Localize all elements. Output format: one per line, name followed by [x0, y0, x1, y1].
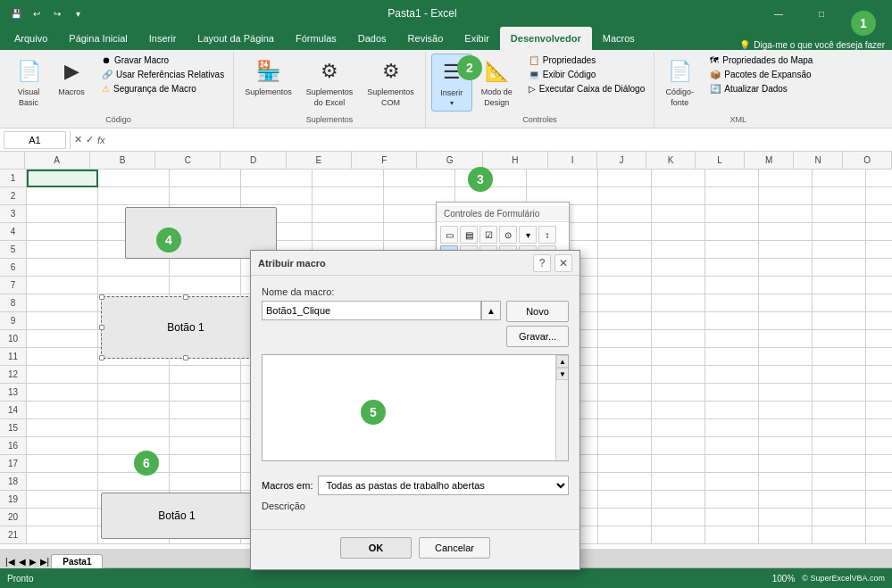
cell-k2[interactable]	[705, 187, 759, 205]
col-header-d: D	[221, 152, 286, 169]
row-header-3: 3	[0, 205, 27, 223]
list-scrollbar[interactable]: ▲ ▼	[555, 355, 568, 460]
form-control-1[interactable]: ▭	[440, 226, 458, 244]
cell-m2[interactable]	[813, 187, 866, 205]
handle-tl[interactable]	[99, 294, 104, 300]
macro-list[interactable]: ▲ ▼ 5	[262, 354, 569, 461]
suplementos-com-button[interactable]: ⚙ Suplementos COM	[362, 54, 420, 111]
sheet-tab-pasta1[interactable]: Pasta1	[51, 554, 103, 568]
cell-b1[interactable]	[98, 170, 170, 187]
cell-n2[interactable]	[866, 187, 892, 205]
tab-arquivo[interactable]: Arquivo	[4, 27, 58, 50]
tab-dados[interactable]: Dados	[347, 27, 397, 50]
row-header-9: 9	[0, 312, 27, 330]
handle-tm[interactable]	[183, 294, 188, 300]
gravar-macro-button[interactable]: ⏺ Gravar Macro	[98, 54, 228, 67]
handle-bl[interactable]	[99, 355, 104, 360]
sheet-prev-button[interactable]: ◀	[19, 557, 26, 567]
propriedades-button[interactable]: 📋 Propriedades	[525, 54, 648, 67]
handle-bm[interactable]	[183, 355, 188, 360]
cell-i2[interactable]	[598, 187, 652, 205]
badge-3: 3	[468, 167, 493, 192]
cell-e2[interactable]	[313, 187, 384, 205]
sheet-first-button[interactable]: |◀	[5, 557, 15, 567]
form-control-5[interactable]: ▾	[519, 226, 537, 244]
cell-l2[interactable]	[759, 187, 813, 205]
formula-input[interactable]	[109, 135, 888, 145]
atualizar-dados-button[interactable]: 🔄 Atualizar Dados	[706, 82, 816, 95]
cell-h1[interactable]	[527, 170, 598, 187]
modo-design-button[interactable]: 📐 Modo de Design	[476, 54, 518, 111]
gravar-button[interactable]: Gravar...	[506, 326, 569, 347]
tab-macros[interactable]: Macros	[592, 27, 646, 50]
macro-name-input[interactable]	[262, 301, 481, 320]
cell-l1[interactable]	[759, 170, 813, 187]
pacotes-expansao-button[interactable]: 📦 Pacotes de Expansão	[706, 68, 816, 81]
cell-a3[interactable]	[27, 205, 98, 223]
suplementos-excel-button[interactable]: ⚙ Suplementos do Excel	[301, 54, 359, 111]
cell-reference-input[interactable]	[4, 131, 66, 149]
macro-browse-button[interactable]: ▲	[481, 301, 501, 320]
scroll-down-btn[interactable]: ▼	[556, 368, 569, 380]
sheet-button-2[interactable]: Botão 1	[101, 493, 253, 539]
form-control-4[interactable]: ⊙	[499, 226, 517, 244]
tab-desenvolvedor[interactable]: Desenvolvedor	[500, 27, 592, 50]
cell-k1[interactable]	[705, 170, 759, 187]
codigo-fonte-button[interactable]: 📄 Código- fonte	[660, 54, 699, 111]
qat-customize-icon[interactable]: ▾	[69, 4, 87, 22]
cell-i1[interactable]	[598, 170, 652, 187]
suplementos-group-content: 🏪 Suplementos ⚙ Suplementos do Excel ⚙ S…	[239, 54, 420, 115]
undo-icon[interactable]: ↩	[28, 4, 46, 22]
tab-revisao[interactable]: Revisão	[397, 27, 454, 50]
maximize-button[interactable]: □	[801, 0, 842, 27]
save-icon[interactable]: 💾	[7, 4, 25, 22]
cell-c1[interactable]	[170, 170, 241, 187]
cell-f1[interactable]	[384, 170, 455, 187]
seguranca-macro-button[interactable]: ⚠ Segurança de Macro	[98, 82, 228, 95]
exibir-codigo-button[interactable]: 💻 Exibir Código	[525, 68, 648, 81]
macros-button[interactable]: ▶ Macros	[52, 54, 91, 100]
cell-a2[interactable]	[27, 187, 98, 205]
cell-j2[interactable]	[652, 187, 705, 205]
propriedades-mapa-button[interactable]: 🗺 Propriedades do Mapa	[706, 54, 816, 67]
cell-a1[interactable]	[27, 170, 98, 187]
macros-em-select[interactable]: Todas as pastas de trabalho abertas	[318, 476, 569, 495]
visual-basic-button[interactable]: 📄 Visual Basic	[9, 54, 48, 111]
form-control-2[interactable]: ▤	[460, 226, 478, 244]
cell-b2[interactable]	[98, 187, 170, 205]
cell-e1[interactable]	[313, 170, 384, 187]
tab-exibir[interactable]: Exibir	[454, 27, 500, 50]
modal-close-button[interactable]: ✕	[554, 254, 572, 272]
cell-c2[interactable]	[170, 187, 241, 205]
col-header-j: J	[597, 152, 646, 169]
cell-m1[interactable]	[813, 170, 866, 187]
cell-n1[interactable]	[866, 170, 892, 187]
tab-layout-pagina[interactable]: Layout da Página	[187, 27, 285, 50]
sheet-next-button[interactable]: ▶	[29, 557, 37, 567]
sheet-last-button[interactable]: ▶|	[40, 557, 50, 567]
executar-caixa-button[interactable]: ▷ Executar Caixa de Diálogo	[525, 82, 648, 95]
tab-formulas[interactable]: Fórmulas	[285, 27, 347, 50]
modal-help-button[interactable]: ?	[533, 254, 551, 272]
confirm-formula-icon[interactable]: ✓	[86, 134, 94, 145]
cancelar-button[interactable]: Cancelar	[419, 537, 490, 549]
tab-pagina-inicial[interactable]: Página Inicial	[58, 27, 138, 50]
novo-button[interactable]: Novo	[506, 301, 569, 322]
handle-ml[interactable]	[99, 325, 104, 330]
insert-function-icon[interactable]: fx	[97, 135, 105, 145]
ok-button[interactable]: OK	[340, 537, 412, 549]
scroll-up-btn[interactable]: ▲	[556, 355, 569, 368]
cancel-formula-icon[interactable]: ✕	[74, 134, 82, 145]
form-control-3[interactable]: ☑	[479, 226, 497, 244]
cell-j1[interactable]	[652, 170, 705, 187]
minimize-button[interactable]: —	[758, 0, 799, 27]
form-control-6[interactable]: ↕	[538, 226, 556, 244]
redo-icon[interactable]: ↪	[48, 4, 66, 22]
tab-inserir[interactable]: Inserir	[138, 27, 188, 50]
suplementos-button[interactable]: 🏪 Suplementos	[239, 54, 297, 100]
usar-referencias-button[interactable]: 🔗 Usar Referências Relativas	[98, 68, 228, 81]
cell-d1[interactable]	[241, 170, 313, 187]
cell-d2[interactable]	[241, 187, 313, 205]
sheet-button-1-selected[interactable]: Botão 1	[101, 296, 271, 359]
help-search[interactable]: 💡 Diga-me o que você deseja fazer	[739, 40, 885, 50]
